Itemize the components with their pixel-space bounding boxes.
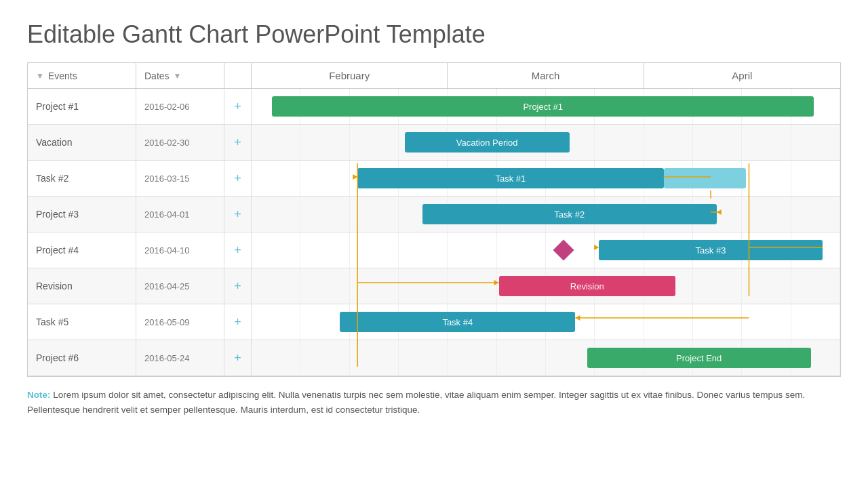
month-april: April: [644, 63, 840, 88]
events-column-header[interactable]: ▼ Events: [28, 63, 136, 88]
gantt-bar[interactable]: Project #1: [272, 96, 814, 117]
dates-column-header[interactable]: Dates ▼: [136, 63, 224, 88]
table-row: Project #32016-04-01+Task #2: [28, 197, 840, 232]
row-chart-area: Task #1: [252, 161, 840, 196]
row-chart-area: Task #4: [252, 304, 840, 340]
row-chart-area: Task #3: [252, 232, 840, 268]
row-date-label: 2016-03-15: [136, 161, 224, 196]
table-row: Vacation2016-02-30+Vacation Period: [28, 125, 840, 161]
row-chart-area: Project #1: [252, 89, 840, 124]
dates-chevron-icon: ▼: [174, 71, 182, 81]
gantt-chart: ▼ Events Dates ▼ February March April Pr…: [27, 62, 841, 377]
row-date-label: 2016-04-01: [136, 197, 224, 232]
row-event-label: Project #4: [28, 232, 136, 268]
add-column-header: [224, 63, 252, 88]
table-row: Project #42016-04-10+Task #3: [28, 232, 840, 268]
gantt-bar[interactable]: Task #1: [357, 168, 663, 188]
row-event-label: Vacation: [28, 125, 136, 160]
row-event-label: Project #3: [28, 197, 136, 232]
add-row-button[interactable]: +: [224, 161, 252, 196]
row-event-label: Project #1: [28, 89, 136, 124]
dates-label: Dates: [144, 70, 170, 81]
gantt-body: Project #12016-02-06+Project #1Vacation2…: [28, 89, 840, 376]
row-chart-area: Task #2: [252, 197, 840, 232]
gantt-bar[interactable]: Task #2: [422, 204, 717, 224]
add-row-button[interactable]: +: [224, 89, 252, 124]
table-row: Project #62016-05-24+Project End: [28, 340, 840, 376]
gantt-bar[interactable]: Task #3: [599, 240, 823, 260]
gantt-bar-extra: [664, 168, 747, 188]
gantt-bar[interactable]: Task #4: [340, 312, 575, 332]
row-date-label: 2016-05-09: [136, 304, 224, 340]
month-march: March: [448, 63, 644, 88]
row-chart-area: Project End: [252, 340, 840, 375]
add-row-button[interactable]: +: [224, 125, 252, 160]
gantt-bar[interactable]: Revision: [499, 276, 675, 296]
gantt-header: ▼ Events Dates ▼ February March April: [28, 63, 840, 89]
note-text: Lorem ipsum dolor sit amet, consectetur …: [27, 390, 805, 415]
events-chevron-icon: ▼: [36, 71, 44, 81]
events-label: Events: [48, 70, 77, 81]
table-row: Revision2016-04-25+Revision: [28, 268, 840, 304]
row-date-label: 2016-05-24: [136, 340, 224, 375]
add-row-button[interactable]: +: [224, 340, 252, 375]
gantt-bar[interactable]: Vacation Period: [405, 132, 570, 152]
row-date-label: 2016-02-30: [136, 125, 224, 160]
row-date-label: 2016-02-06: [136, 89, 224, 124]
add-row-button[interactable]: +: [224, 197, 252, 232]
row-event-label: Project #6: [28, 340, 136, 375]
month-february: February: [252, 63, 448, 88]
table-row: Task #52016-05-09+Task #4: [28, 304, 840, 340]
note-label: Note:: [27, 390, 51, 400]
add-row-button[interactable]: +: [224, 304, 252, 340]
milestone-diamond: [553, 239, 574, 260]
row-event-label: Task #2: [28, 161, 136, 196]
row-date-label: 2016-04-10: [136, 232, 224, 268]
row-event-label: Revision: [28, 268, 136, 304]
gantt-bar[interactable]: Project End: [587, 348, 811, 368]
months-header: February March April: [252, 63, 840, 88]
add-row-button[interactable]: +: [224, 232, 252, 268]
row-chart-area: Vacation Period: [252, 125, 840, 160]
table-row: Task #22016-03-15+Task #1: [28, 161, 840, 197]
row-date-label: 2016-04-25: [136, 268, 224, 304]
row-event-label: Task #5: [28, 304, 136, 340]
row-chart-area: Revision: [252, 268, 840, 304]
table-row: Project #12016-02-06+Project #1: [28, 89, 840, 125]
page-title: Editable Gantt Chart PowerPoint Template: [27, 20, 841, 49]
note-section: Note: Lorem ipsum dolor sit amet, consec…: [27, 388, 841, 417]
add-row-button[interactable]: +: [224, 268, 252, 304]
